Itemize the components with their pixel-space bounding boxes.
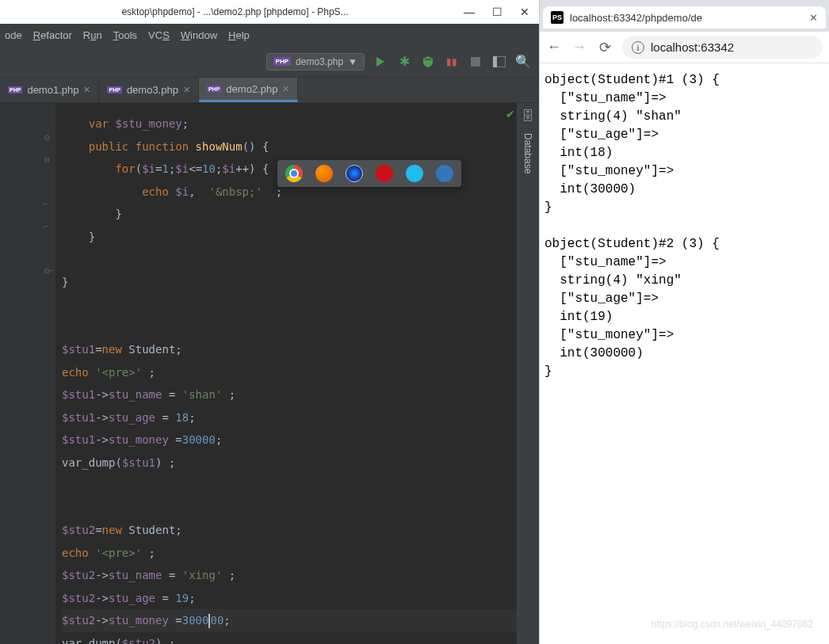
search-icon[interactable]: 🔍	[515, 54, 531, 70]
address-bar[interactable]: i localhost:63342	[622, 36, 823, 59]
back-button[interactable]: ←	[546, 39, 562, 55]
fold-end-icon[interactable]: ⌐	[44, 222, 48, 231]
forward-button[interactable]: →	[571, 39, 587, 55]
fold-end-icon[interactable]: ⊖⌐	[44, 266, 55, 275]
tab-demo2[interactable]: PHP demo2.php ✕	[199, 78, 298, 102]
close-icon[interactable]: ✕	[183, 85, 190, 95]
watermark: https://blog.csdn.net/weixin_44097082	[651, 619, 813, 630]
window-title: esktop\phpdemo] - ...\demo2.php [phpdemo…	[6, 6, 464, 17]
database-tool-button[interactable]: Database	[522, 133, 533, 173]
run-icon[interactable]	[372, 54, 388, 70]
editor-tabs: PHP demo1.php ✕ PHP demo3.php ✕ PHP demo…	[0, 78, 539, 103]
inspection-ok-icon[interactable]: ✔	[506, 108, 515, 120]
dropdown-icon: ▼	[348, 56, 357, 67]
safari-icon[interactable]	[346, 165, 363, 182]
chrome-icon[interactable]	[285, 165, 303, 182]
close-button[interactable]: ✕	[520, 6, 529, 18]
info-icon[interactable]: i	[632, 41, 644, 54]
gutter[interactable]: ⊖ ⊖ ⌐ ⌐ ⊖⌐	[0, 103, 55, 644]
menu-bar: ode Refactor Run Tools VCS Window Help	[0, 24, 539, 46]
tab-label: demo2.php	[226, 83, 277, 95]
firefox-icon[interactable]	[315, 165, 333, 182]
tab-demo1[interactable]: PHP demo1.php ✕	[0, 78, 99, 102]
toolbar: PHP demo3.php ▼ ✱ ▮▮ 🔍	[0, 46, 539, 78]
right-tool-strip: 🗄 Database	[517, 103, 539, 644]
favicon-icon: PS	[551, 11, 563, 24]
url-text: localhost:63342	[651, 40, 734, 54]
menu-tools[interactable]: Tools	[113, 29, 137, 41]
browser-content[interactable]: object(Student)#1 (3) { ["stu_name"]=> s…	[540, 63, 829, 644]
stop-gray-icon[interactable]	[468, 54, 483, 70]
edge-icon[interactable]	[436, 165, 453, 182]
stop-icon[interactable]: ▮▮	[444, 54, 460, 70]
menu-refactor[interactable]: Refactor	[33, 29, 72, 41]
svg-rect-2	[493, 56, 497, 67]
run-config-selector[interactable]: PHP demo3.php ▼	[266, 53, 365, 70]
fold-icon[interactable]: ⊖	[44, 133, 50, 142]
menu-code[interactable]: ode	[5, 29, 22, 41]
run-config-label: demo3.php	[296, 56, 343, 67]
menu-run[interactable]: Run	[83, 29, 102, 41]
tab-label: demo1.php	[27, 84, 78, 96]
tab-demo3[interactable]: PHP demo3.php ✕	[99, 78, 198, 102]
close-icon[interactable]: ✕	[809, 12, 818, 24]
maximize-button[interactable]: ☐	[492, 6, 502, 18]
reload-button[interactable]: ⟳	[597, 39, 613, 56]
menu-window[interactable]: Window	[181, 29, 217, 41]
ie-icon[interactable]	[406, 165, 423, 182]
php-file-icon: PHP	[8, 86, 22, 93]
opera-icon[interactable]	[376, 165, 393, 182]
title-bar[interactable]: esktop\phpdemo] - ...\demo2.php [phpdemo…	[0, 0, 539, 24]
coverage-icon[interactable]	[420, 54, 436, 70]
close-icon[interactable]: ✕	[282, 84, 289, 94]
menu-vcs[interactable]: VCS	[148, 29, 170, 41]
fold-icon[interactable]: ⊖	[44, 155, 50, 164]
menu-help[interactable]: Help	[228, 29, 250, 41]
layout-icon[interactable]	[491, 54, 507, 70]
browser-tab-bar: PS localhost:63342/phpdemo/de ✕	[540, 0, 829, 32]
debug-icon[interactable]: ✱	[396, 54, 412, 70]
ide-window: esktop\phpdemo] - ...\demo2.php [phpdemo…	[0, 0, 539, 644]
browser-nav-bar: ← → ⟳ i localhost:63342	[540, 32, 829, 63]
php-badge-icon: PHP	[273, 57, 291, 66]
fold-end-icon[interactable]: ⌐	[44, 200, 48, 208]
svg-rect-0	[471, 57, 480, 67]
browser-preview-popup	[277, 160, 461, 187]
browser-tab[interactable]: PS localhost:63342/phpdemo/de ✕	[543, 6, 826, 29]
php-file-icon: PHP	[107, 86, 121, 93]
browser-tab-title: localhost:63342/phpdemo/de	[570, 12, 803, 24]
minimize-button[interactable]: —	[464, 6, 475, 18]
php-file-icon: PHP	[207, 86, 221, 93]
close-icon[interactable]: ✕	[83, 85, 90, 95]
browser-window: PS localhost:63342/phpdemo/de ✕ ← → ⟳ i …	[539, 0, 829, 644]
window-controls: — ☐ ✕	[464, 6, 533, 18]
tab-label: demo3.php	[127, 84, 178, 96]
database-icon[interactable]: 🗄	[521, 109, 534, 124]
